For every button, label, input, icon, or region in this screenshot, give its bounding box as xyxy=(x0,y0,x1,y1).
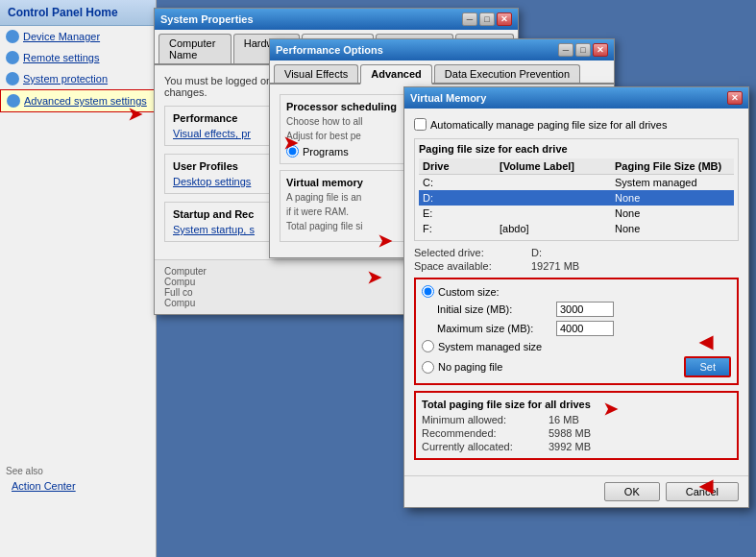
tab-computer-name[interactable]: Computer Name xyxy=(159,34,232,63)
selected-drive-value: D: xyxy=(531,247,739,258)
system-protection-label: System protection xyxy=(23,73,108,85)
drive-row-f[interactable]: F: [abdo] None xyxy=(419,221,734,236)
ok-button[interactable]: OK xyxy=(604,482,660,501)
system-props-titlebar: System Properties ─ □ ✕ xyxy=(155,9,518,30)
custom-size-section: Custom size: Initial size (MB): Maximum … xyxy=(414,278,739,385)
tab-dep[interactable]: Data Execution Prevention xyxy=(434,64,580,83)
action-center-link[interactable]: Action Center xyxy=(6,478,150,494)
arrow-drive-d: ➤ xyxy=(378,230,392,252)
device-manager-icon xyxy=(6,30,19,43)
arrow-set-button: ➤ xyxy=(603,399,618,420)
vm-titlebar-buttons: ✕ xyxy=(727,91,743,105)
min-allowed-value: 16 MB xyxy=(549,414,731,425)
remote-settings-label: Remote settings xyxy=(23,52,99,63)
arrow-perf-advanced: ➤ xyxy=(283,133,298,154)
total-paging-title: Total paging file size for all drives xyxy=(422,399,731,410)
currently-allocated-value: 3992 MB xyxy=(549,441,731,452)
no-paging-radio-row: No paging file xyxy=(422,361,502,374)
drive-row-e[interactable]: E: None xyxy=(419,206,734,221)
vm-close-button[interactable]: ✕ xyxy=(727,91,743,105)
initial-size-row: Initial size (MB): xyxy=(437,302,731,317)
perf-maximize-button[interactable]: □ xyxy=(575,43,591,57)
space-available-value: 19271 MB xyxy=(531,260,739,272)
sidebar-item-system-protection[interactable]: System protection xyxy=(0,68,156,89)
system-managed-radio[interactable] xyxy=(422,340,434,352)
drive-c-size: System managed xyxy=(615,177,730,188)
min-allowed-label: Minimum allowed: xyxy=(422,414,547,425)
vm-table-header: Drive [Volume Label] Paging File Size (M… xyxy=(419,158,734,175)
vm-body: Automatically manage paging file size fo… xyxy=(404,109,748,475)
sidebar-item-remote-settings[interactable]: Remote settings xyxy=(0,47,156,68)
drive-e-size: None xyxy=(615,207,730,219)
perf-tab-bar: Visual Effects Advanced Data Execution P… xyxy=(270,61,614,85)
auto-manage-label: Automatically manage paging file size fo… xyxy=(430,119,667,131)
drive-d-label xyxy=(500,192,615,204)
sidebar-item-device-manager[interactable]: Device Manager xyxy=(0,26,156,47)
no-paging-radio[interactable] xyxy=(422,361,434,374)
system-managed-label: System managed size xyxy=(438,341,542,352)
recommended-value: 5988 MB xyxy=(549,427,731,439)
no-paging-set-row: No paging file Set xyxy=(422,356,731,377)
no-paging-label: No paging file xyxy=(438,361,502,373)
drive-f-label: [abdo] xyxy=(500,223,615,234)
max-size-input[interactable] xyxy=(556,321,614,336)
selected-drive-info: Selected drive: D: Space available: 1927… xyxy=(414,247,739,272)
perf-close-button[interactable]: ✕ xyxy=(593,43,608,57)
custom-size-radio[interactable] xyxy=(422,285,434,298)
vm-title: Virtual Memory xyxy=(410,92,486,104)
drive-d-size: None xyxy=(615,192,730,204)
remote-settings-icon xyxy=(6,51,19,64)
minimize-button[interactable]: ─ xyxy=(462,12,477,26)
arrow-advanced-system: ➤ xyxy=(128,104,142,125)
max-size-label: Maximum size (MB): xyxy=(437,323,552,334)
arrow-initial-size: ◀ xyxy=(699,331,713,352)
auto-manage-row: Automatically manage paging file size fo… xyxy=(414,118,739,131)
system-protection-icon xyxy=(6,72,19,85)
initial-size-input[interactable] xyxy=(556,302,614,317)
drive-f: F: xyxy=(423,223,500,234)
vm-titlebar: Virtual Memory ✕ xyxy=(404,87,748,109)
programs-label: Programs xyxy=(303,146,349,157)
drive-f-size: None xyxy=(615,223,730,234)
drive-e: E: xyxy=(423,207,500,219)
virtual-memory-dialog: Virtual Memory ✕ Automatically manage pa… xyxy=(403,86,749,508)
arrow-virtual-memory: ➤ xyxy=(367,267,381,288)
maximize-button[interactable]: □ xyxy=(479,12,495,26)
drive-row-c[interactable]: C: System managed xyxy=(419,175,734,190)
set-button[interactable]: Set xyxy=(684,356,731,377)
titlebar-buttons: ─ □ ✕ xyxy=(462,12,512,26)
perf-options-titlebar: Performance Options ─ □ ✕ xyxy=(270,39,614,61)
perf-options-title: Performance Options xyxy=(276,44,383,56)
custom-size-radio-row: Custom size: xyxy=(422,285,731,298)
see-also-section: See also Action Center xyxy=(0,460,156,499)
initial-size-label: Initial size (MB): xyxy=(437,303,552,315)
device-manager-label: Device Manager xyxy=(23,31,100,42)
custom-size-label: Custom size: xyxy=(438,286,500,298)
vm-footer: OK Cancel xyxy=(404,475,748,507)
col-drive: Drive xyxy=(423,160,500,172)
close-button[interactable]: ✕ xyxy=(497,12,512,26)
drive-c: C: xyxy=(423,177,500,188)
paging-title: Paging file size for each drive xyxy=(419,143,734,155)
arrow-recommended: ◀ xyxy=(699,475,713,496)
col-label: [Volume Label] xyxy=(500,160,615,172)
advanced-system-icon xyxy=(7,94,20,108)
auto-manage-checkbox[interactable] xyxy=(414,118,427,131)
drive-d: D: xyxy=(423,192,500,204)
currently-allocated-label: Currently allocated: xyxy=(422,441,547,452)
recommended-label: Recommended: xyxy=(422,427,547,439)
tab-advanced-perf[interactable]: Advanced xyxy=(360,64,432,85)
control-panel-header: Control Panel Home xyxy=(0,0,156,26)
col-size: Paging File Size (MB) xyxy=(615,160,730,172)
perf-minimize-button[interactable]: ─ xyxy=(558,43,573,57)
perf-titlebar-buttons: ─ □ ✕ xyxy=(558,43,608,57)
drive-row-d[interactable]: D: None xyxy=(419,190,734,206)
max-size-row: Maximum size (MB): xyxy=(437,321,731,336)
tab-visual-effects[interactable]: Visual Effects xyxy=(274,64,358,83)
paging-section: Paging file size for each drive Drive [V… xyxy=(414,138,739,241)
total-paging-grid: Minimum allowed: 16 MB Recommended: 5988… xyxy=(422,414,731,452)
space-available-label: Space available: xyxy=(414,260,529,272)
drive-c-label xyxy=(500,177,615,188)
selected-drive-label: Selected drive: xyxy=(414,247,529,258)
system-props-title: System Properties xyxy=(160,13,254,25)
